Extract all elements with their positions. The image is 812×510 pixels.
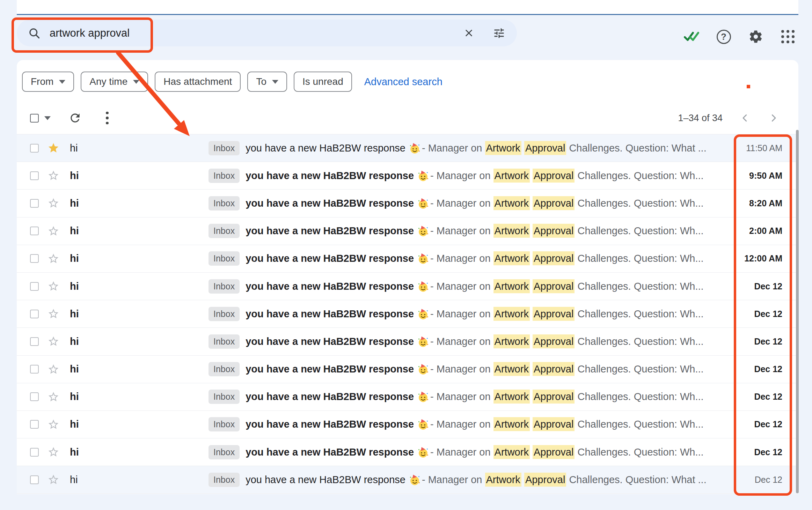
party-face-emoji <box>409 142 420 154</box>
search-icon[interactable] <box>28 27 41 39</box>
email-date: Dec 12 <box>754 419 782 429</box>
chip-label: Is unread <box>302 76 343 87</box>
search-options-icon[interactable] <box>493 27 505 39</box>
search-term-highlight: Artwork <box>493 334 530 348</box>
row-checkbox[interactable] <box>30 475 39 484</box>
star-icon[interactable] <box>47 335 59 347</box>
star-icon[interactable] <box>47 197 59 209</box>
row-checkbox[interactable] <box>30 254 39 263</box>
search-term-highlight: Artwork <box>493 169 530 183</box>
row-checkbox[interactable] <box>30 337 39 346</box>
search-input[interactable]: artwork approval <box>50 27 463 39</box>
search-term-highlight: Approval <box>524 473 566 487</box>
search-term-highlight: Artwork <box>493 224 530 238</box>
next-page-icon[interactable] <box>767 112 780 124</box>
filter-chip-is-unread[interactable]: Is unread <box>294 72 352 92</box>
email-date: 9:50 AM <box>749 171 782 181</box>
star-icon[interactable] <box>47 391 59 403</box>
row-checkbox[interactable] <box>30 227 39 235</box>
email-date: 11:50 AM <box>746 143 782 153</box>
scrollbar[interactable] <box>796 130 799 493</box>
email-row[interactable]: hi Inbox you have a new HaB2BW response … <box>17 162 798 190</box>
party-face-emoji <box>417 363 429 375</box>
email-summary: Inbox you have a new HaB2BW response - M… <box>209 445 754 459</box>
email-subject: you have a new HaB2BW response <box>246 391 414 402</box>
more-options-icon[interactable] <box>100 110 115 126</box>
refresh-icon[interactable] <box>67 110 83 126</box>
email-snippet: - Manager on Artwork Approval Challenges… <box>430 419 704 430</box>
star-icon[interactable] <box>47 308 59 320</box>
row-checkbox[interactable] <box>30 365 39 374</box>
email-row[interactable]: hi Inbox you have a new HaB2BW response … <box>17 328 798 355</box>
prev-page-icon[interactable] <box>739 112 751 124</box>
email-row[interactable]: hi Inbox you have a new HaB2BW response … <box>17 300 798 328</box>
row-checkbox[interactable] <box>30 420 39 429</box>
email-summary: Inbox you have a new HaB2BW response - M… <box>209 334 754 349</box>
email-snippet: - Manager on Artwork Approval Challenges… <box>430 391 704 402</box>
party-face-emoji <box>417 225 429 237</box>
settings-gear-icon[interactable] <box>748 29 763 44</box>
clear-search-icon[interactable] <box>463 27 475 39</box>
search-term-highlight: Artwork <box>493 251 530 265</box>
email-row[interactable]: hi Inbox you have a new HaB2BW response … <box>17 245 798 273</box>
row-checkbox[interactable] <box>30 310 39 318</box>
email-sender: hi <box>70 308 192 320</box>
email-snippet: - Manager on Artwork Approval Challenges… <box>430 170 704 182</box>
select-dropdown-icon[interactable] <box>44 116 51 120</box>
search-term-highlight: Artwork <box>493 307 530 321</box>
party-face-emoji <box>417 308 429 320</box>
apps-grid-icon[interactable] <box>780 29 796 44</box>
star-icon[interactable] <box>47 363 59 375</box>
row-checkbox[interactable] <box>30 199 39 208</box>
email-summary: Inbox you have a new HaB2BW response - M… <box>209 362 754 376</box>
inbox-label: Inbox <box>209 279 240 294</box>
search-term-highlight: Approval <box>533 169 575 183</box>
star-icon[interactable] <box>47 170 59 182</box>
filter-chip-any-time[interactable]: Any time <box>81 72 148 92</box>
email-summary: Inbox you have a new HaB2BW response - M… <box>209 141 746 155</box>
filter-chip-has-attachment[interactable]: Has attachment <box>155 72 241 92</box>
email-row[interactable]: hi Inbox you have a new HaB2BW response … <box>17 134 798 162</box>
help-icon[interactable]: ? <box>716 29 731 44</box>
row-checkbox[interactable] <box>30 171 39 180</box>
email-row[interactable]: hi Inbox you have a new HaB2BW response … <box>17 466 798 494</box>
email-snippet: - Manager on Artwork Approval Challenges… <box>430 308 704 320</box>
email-row[interactable]: hi Inbox you have a new HaB2BW response … <box>17 217 798 245</box>
email-snippet: - Manager on Artwork Approval Challenges… <box>430 225 704 237</box>
row-checkbox[interactable] <box>30 392 39 401</box>
star-icon[interactable] <box>47 253 59 265</box>
row-checkbox[interactable] <box>30 448 39 457</box>
email-sender: hi <box>70 336 192 347</box>
row-checkbox[interactable] <box>30 282 39 291</box>
email-date: 2:00 AM <box>749 226 782 236</box>
party-face-emoji <box>417 336 429 347</box>
inbox-label: Inbox <box>209 445 240 459</box>
star-icon[interactable] <box>47 225 59 237</box>
double-check-icon[interactable] <box>684 29 699 44</box>
star-icon[interactable] <box>47 446 59 458</box>
email-row[interactable]: hi Inbox you have a new HaB2BW response … <box>17 411 798 438</box>
chip-label: From <box>31 76 53 87</box>
search-bar[interactable]: artwork approval <box>17 20 517 46</box>
select-all-checkbox[interactable] <box>30 114 39 123</box>
email-row[interactable]: hi Inbox you have a new HaB2BW response … <box>17 438 798 466</box>
email-summary: Inbox you have a new HaB2BW response - M… <box>209 224 749 238</box>
email-subject: you have a new HaB2BW response <box>246 446 414 458</box>
star-icon[interactable] <box>47 142 59 154</box>
email-date: Dec 12 <box>754 337 782 347</box>
email-summary: Inbox you have a new HaB2BW response - M… <box>209 417 754 431</box>
star-icon[interactable] <box>47 280 59 292</box>
search-term-highlight: Artwork <box>493 417 530 431</box>
star-icon[interactable] <box>47 419 59 430</box>
filter-chip-to[interactable]: To <box>247 72 287 92</box>
email-subject: you have a new HaB2BW response <box>246 253 414 264</box>
row-checkbox[interactable] <box>30 144 39 153</box>
email-row[interactable]: hi Inbox you have a new HaB2BW response … <box>17 383 798 411</box>
star-icon[interactable] <box>47 474 59 486</box>
email-row[interactable]: hi Inbox you have a new HaB2BW response … <box>17 356 798 383</box>
filter-chip-from[interactable]: From <box>22 72 74 92</box>
email-summary: Inbox you have a new HaB2BW response - M… <box>209 251 744 266</box>
email-row[interactable]: hi Inbox you have a new HaB2BW response … <box>17 190 798 217</box>
advanced-search-link[interactable]: Advanced search <box>364 76 442 88</box>
email-row[interactable]: hi Inbox you have a new HaB2BW response … <box>17 273 798 300</box>
